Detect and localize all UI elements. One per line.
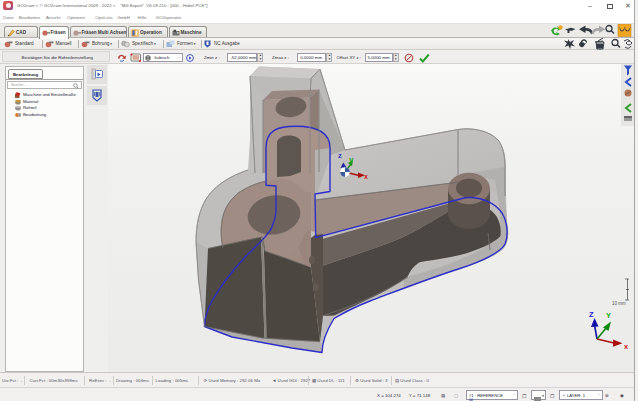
svg-text:Z: Z [589,310,594,319]
svg-text:z: z [338,151,342,160]
svg-text:y: y [349,155,354,164]
svg-text:10 mm: 10 mm [612,301,626,306]
svg-text:x: x [364,173,368,180]
svg-text:Y: Y [606,311,611,320]
